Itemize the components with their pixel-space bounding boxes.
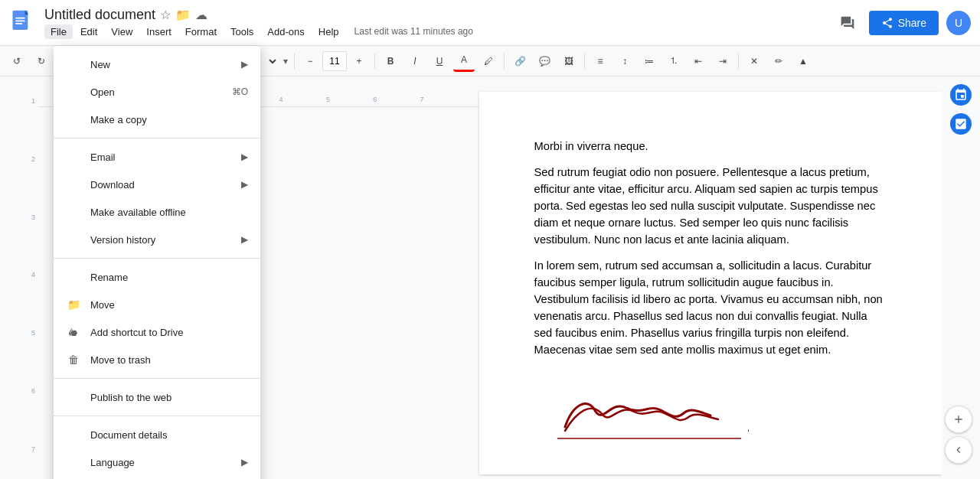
menu-format[interactable]: Format bbox=[179, 24, 223, 39]
menu-item-make-copy-label: Make a copy bbox=[90, 114, 248, 125]
menu-item-version-history[interactable]: Version history ▶ bbox=[54, 226, 260, 253]
image-button[interactable]: 🖼 bbox=[558, 51, 580, 72]
folder-icon[interactable]: 📁 bbox=[175, 8, 191, 22]
highlight-button[interactable]: 🖊 bbox=[478, 51, 499, 72]
menu-item-download-label: Download bbox=[90, 179, 241, 191]
text-color-button[interactable]: A bbox=[453, 51, 475, 72]
menu-item-new[interactable]: New ▶ bbox=[54, 51, 260, 78]
link-button[interactable]: 🔗 bbox=[509, 51, 531, 72]
page-line-3: 3 bbox=[31, 212, 35, 224]
star-icon[interactable]: ☆ bbox=[160, 8, 171, 22]
open-shortcut: ⌘O bbox=[232, 86, 248, 97]
font-size-increase[interactable]: + bbox=[348, 51, 370, 72]
svg-rect-4 bbox=[15, 23, 22, 24]
menu-tools[interactable]: Tools bbox=[224, 24, 260, 39]
menu-item-page-setup[interactable]: Page setup bbox=[54, 476, 260, 479]
doc-paragraph-3: In lorem sem, rutrum sed accumsan a, sol… bbox=[534, 257, 887, 358]
font-size-input[interactable] bbox=[322, 51, 347, 71]
menu-item-doc-details-label: Document details bbox=[90, 429, 248, 441]
page-line-6: 6 bbox=[31, 386, 35, 398]
dropdown-divider-4 bbox=[54, 415, 260, 416]
bold-button[interactable]: B bbox=[380, 51, 401, 72]
user-avatar[interactable]: U bbox=[946, 11, 971, 35]
doc-page[interactable]: Morbi in viverra neque. Sed rutrum feugi… bbox=[479, 92, 942, 474]
font-dropdown-arrow: ▾ bbox=[282, 56, 289, 67]
menu-item-publish-web-label: Publish to the web bbox=[90, 392, 248, 403]
top-bar: Untitled document ☆ 📁 ☁ File Edit View I… bbox=[0, 0, 980, 46]
page-line-5: 5 bbox=[31, 327, 35, 340]
bottom-add-button[interactable] bbox=[945, 406, 972, 433]
doc-icon bbox=[9, 9, 37, 37]
menu-item-offline[interactable]: Make available offline bbox=[54, 198, 260, 226]
menu-item-move-label: Move bbox=[90, 299, 248, 311]
menu-view[interactable]: View bbox=[105, 24, 139, 39]
indent-less-button[interactable]: ⇤ bbox=[688, 51, 709, 72]
toolbar-divider-4 bbox=[374, 54, 375, 69]
menu-item-open[interactable]: Open ⌘O bbox=[54, 78, 260, 106]
menu-item-move-trash-label: Move to trash bbox=[90, 354, 248, 366]
format-mode-button[interactable]: ✏ bbox=[768, 51, 789, 72]
share-button[interactable]: Share bbox=[869, 11, 939, 35]
font-size-decrease[interactable]: − bbox=[299, 51, 321, 72]
menu-item-publish-web[interactable]: Publish to the web bbox=[54, 383, 260, 411]
tasks-widget-icon[interactable] bbox=[950, 113, 972, 135]
menu-file[interactable]: File bbox=[44, 24, 73, 39]
doc-paragraph-2: Sed rutrum feugiat odio non posuere. Pel… bbox=[534, 164, 887, 248]
line-spacing-button[interactable]: ↕ bbox=[614, 51, 635, 72]
page-line-2: 2 bbox=[31, 154, 35, 166]
clear-format-button[interactable]: ✕ bbox=[743, 51, 765, 72]
menu-item-move-trash[interactable]: 🗑 Move to trash bbox=[54, 346, 260, 373]
last-edit[interactable]: Last edit was 11 minutes ago bbox=[354, 26, 473, 37]
menu-item-language-label: Language bbox=[90, 457, 241, 468]
menu-item-move[interactable]: 📁 Move bbox=[54, 291, 260, 318]
menu-edit[interactable]: Edit bbox=[74, 24, 103, 39]
menu-item-email[interactable]: Email ▶ bbox=[54, 143, 260, 171]
svg-rect-3 bbox=[15, 20, 25, 21]
expand-sidebar-button[interactable] bbox=[945, 436, 972, 464]
cloud-icon[interactable]: ☁ bbox=[195, 8, 207, 22]
ruler-mark: 7 bbox=[420, 96, 424, 103]
menu-item-version-history-label: Version history bbox=[90, 234, 241, 246]
comment-button[interactable]: 💬 bbox=[534, 51, 555, 72]
menu-item-rename[interactable]: Rename bbox=[54, 263, 260, 291]
menu-help[interactable]: Help bbox=[312, 24, 345, 39]
menu-item-make-copy[interactable]: Make a copy bbox=[54, 106, 260, 133]
svg-rect-2 bbox=[15, 17, 25, 18]
calendar-widget-icon[interactable] bbox=[950, 84, 972, 106]
align-button[interactable]: ≡ bbox=[590, 51, 611, 72]
redo-button[interactable]: ↻ bbox=[31, 51, 52, 72]
left-sidebar: 1 2 3 4 5 6 7 8 9 bbox=[0, 77, 38, 479]
page-line-1: 1 bbox=[31, 96, 35, 108]
menu-item-new-label: New bbox=[90, 59, 241, 70]
font-size-controls: − + bbox=[299, 51, 370, 72]
undo-button[interactable]: ↺ bbox=[6, 51, 28, 72]
italic-button[interactable]: I bbox=[404, 51, 426, 72]
toolbar-divider-5 bbox=[504, 54, 505, 69]
version-history-arrow-icon: ▶ bbox=[241, 234, 248, 245]
toolbar-divider-6 bbox=[584, 54, 585, 69]
underline-button[interactable]: U bbox=[429, 51, 450, 72]
menu-addons[interactable]: Add-ons bbox=[261, 24, 310, 39]
language-arrow-icon: ▶ bbox=[241, 457, 248, 468]
ruler-mark: 4 bbox=[279, 96, 283, 103]
comments-button[interactable] bbox=[834, 9, 861, 37]
indent-more-button[interactable]: ⇥ bbox=[712, 51, 733, 72]
mode-toggle-button[interactable]: ▲ bbox=[792, 51, 814, 72]
doc-title[interactable]: Untitled document bbox=[44, 7, 155, 23]
doc-paragraph-1: Morbi in viverra neque. bbox=[534, 138, 887, 155]
list-button[interactable]: ≔ bbox=[639, 51, 660, 72]
ruler-mark: 5 bbox=[326, 96, 330, 103]
ruler-mark: 6 bbox=[373, 96, 377, 103]
menu-item-language[interactable]: Language ▶ bbox=[54, 448, 260, 476]
menu-item-download[interactable]: Download ▶ bbox=[54, 171, 260, 198]
menu-item-add-shortcut[interactable]: Add shortcut to Drive bbox=[54, 318, 260, 346]
ordered-list-button[interactable]: ⒈ bbox=[663, 51, 684, 72]
drive-icon bbox=[66, 327, 81, 337]
menu-insert[interactable]: Insert bbox=[140, 24, 178, 39]
menu-item-doc-details[interactable]: Document details bbox=[54, 421, 260, 448]
menu-item-email-label: Email bbox=[90, 152, 241, 163]
move-icon: 📁 bbox=[66, 298, 81, 311]
toolbar-divider-3 bbox=[294, 54, 295, 69]
trash-icon: 🗑 bbox=[66, 354, 81, 366]
dropdown-divider-3 bbox=[54, 378, 260, 379]
